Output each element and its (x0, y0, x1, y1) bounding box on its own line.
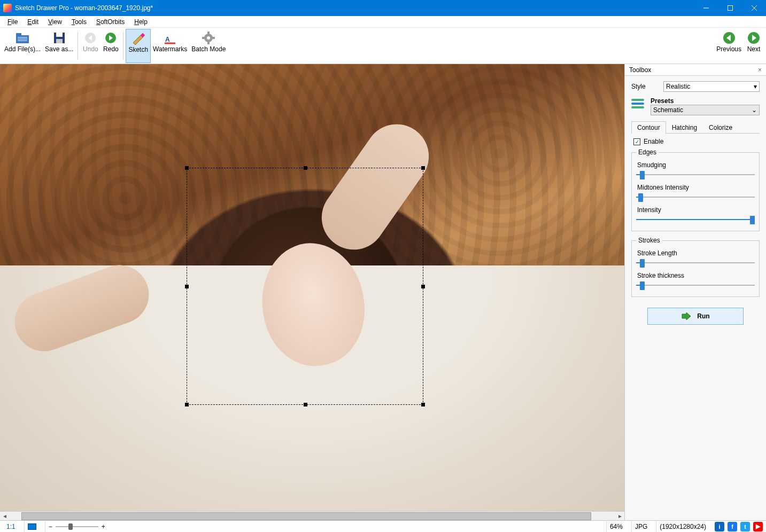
facebook-icon[interactable]: f (728, 522, 737, 531)
batch-mode-button[interactable]: Batch Mode (189, 29, 228, 63)
strokes-legend: Strokes (636, 237, 662, 244)
horizontal-scrollbar[interactable]: ◂ ▸ (0, 511, 624, 520)
title-bar: Sketch Drawer Pro - woman-2003647_1920.j… (0, 0, 766, 16)
chevron-down-icon: ⌄ (752, 106, 757, 114)
toolbox-title: Toolbox (629, 66, 651, 74)
zoom-in-icon[interactable]: + (102, 523, 105, 530)
arrow-left-icon (723, 30, 736, 46)
stroke-thickness-slider[interactable] (636, 280, 755, 290)
save-as-button[interactable]: Save as... (43, 29, 75, 63)
style-label: Style (631, 83, 659, 90)
label: Next (747, 46, 761, 53)
midtones-slider[interactable] (636, 192, 755, 202)
zoom-out-icon[interactable]: − (49, 523, 52, 530)
handle-se[interactable] (421, 403, 425, 406)
scroll-right-icon[interactable]: ▸ (615, 512, 624, 521)
tab-contour[interactable]: Contour (631, 121, 666, 134)
menu-edit[interactable]: Edit (23, 17, 43, 27)
svg-rect-10 (56, 33, 63, 37)
handle-e[interactable] (421, 285, 425, 288)
selection-marquee[interactable] (187, 168, 423, 405)
svg-text:A: A (165, 36, 170, 43)
maximize-button[interactable] (718, 0, 742, 16)
watermarks-icon: A (164, 30, 176, 46)
presets-value: Schematic (653, 106, 683, 114)
add-files-button[interactable]: Add File(s)... (2, 29, 43, 63)
svg-rect-20 (207, 42, 210, 44)
handle-s[interactable] (304, 403, 307, 406)
info-icon[interactable]: i (715, 522, 724, 531)
stroke-thickness-label: Stroke thickness (637, 272, 755, 279)
youtube-icon[interactable]: ▶ (753, 522, 763, 531)
sketch-button[interactable]: Sketch (126, 29, 151, 63)
intensity-slider[interactable] (636, 215, 755, 224)
toolbar: Add File(s)... Save as... Undo Redo Sket… (0, 28, 766, 64)
menu-softorbits[interactable]: SoftOrbits (92, 17, 129, 27)
smudging-label: Smudging (637, 161, 755, 169)
midtones-label: Midtones Intensity (637, 184, 755, 191)
image-viewport[interactable] (0, 64, 624, 511)
menu-help[interactable]: Help (130, 17, 152, 27)
checkbox-icon: ✓ (633, 138, 640, 145)
menu-file[interactable]: File (3, 17, 22, 27)
handle-nw[interactable] (185, 166, 189, 170)
redo-button[interactable]: Redo (100, 29, 121, 63)
folder-icon (16, 30, 29, 46)
fit-button[interactable] (24, 521, 40, 532)
svg-rect-21 (202, 37, 205, 39)
redo-icon (104, 30, 117, 46)
style-value: Realistic (666, 83, 690, 90)
run-arrow-icon (681, 312, 692, 320)
save-icon (53, 30, 66, 46)
strokes-group: Strokes Stroke Length Stroke thickness (631, 237, 760, 297)
close-button[interactable] (742, 0, 766, 16)
chevron-down-icon: ▾ (754, 83, 757, 90)
scroll-left-icon[interactable]: ◂ (0, 512, 9, 521)
smudging-slider[interactable] (636, 170, 755, 179)
undo-button[interactable]: Undo (80, 29, 100, 63)
handle-sw[interactable] (185, 403, 189, 406)
handle-w[interactable] (185, 285, 189, 288)
scrollbar-thumb[interactable] (21, 512, 591, 520)
label: Add File(s)... (4, 46, 41, 53)
svg-point-18 (207, 36, 210, 40)
tab-colorize[interactable]: Colorize (703, 121, 738, 134)
menu-bar: File Edit View Tools SoftOrbits Help (0, 16, 766, 28)
handle-ne[interactable] (421, 166, 425, 170)
arrow-right-icon (747, 30, 760, 46)
enable-label: Enable (644, 138, 663, 145)
zoom-control[interactable]: − + (45, 521, 109, 532)
label: Save as... (45, 46, 73, 53)
status-bar: 1:1 − + 64% JPG (1920x1280x24) i f t ▶ (0, 520, 766, 532)
presets-dropdown[interactable]: Schematic ⌄ (651, 105, 760, 115)
enable-checkbox[interactable]: ✓ Enable (633, 138, 760, 145)
svg-rect-11 (56, 39, 63, 43)
close-panel-icon[interactable]: × (758, 66, 762, 74)
stroke-length-slider[interactable] (636, 258, 755, 268)
style-dropdown[interactable]: Realistic ▾ (663, 81, 760, 92)
label: Redo (103, 46, 119, 53)
watermarks-button[interactable]: A Watermarks (151, 29, 189, 63)
menu-tools[interactable]: Tools (67, 17, 91, 27)
ratio-label[interactable]: 1:1 (3, 521, 19, 532)
run-button[interactable]: Run (647, 308, 744, 325)
label: Watermarks (153, 46, 187, 53)
window-title: Sketch Drawer Pro - woman-2003647_1920.j… (15, 4, 153, 12)
svg-rect-19 (207, 32, 210, 34)
svg-rect-5 (16, 33, 21, 36)
zoom-slider[interactable] (56, 526, 98, 527)
toolbox-tabs: Contour Hatching Colorize (631, 121, 760, 134)
minimize-button[interactable] (694, 0, 718, 16)
stroke-length-label: Stroke Length (637, 249, 755, 257)
tab-hatching[interactable]: Hatching (666, 121, 703, 134)
format-label: JPG (631, 521, 651, 532)
handle-n[interactable] (304, 166, 307, 170)
previous-button[interactable]: Previous (714, 29, 744, 63)
dimensions-label: (1920x1280x24) (656, 521, 709, 532)
label: Undo (83, 46, 98, 53)
twitter-icon[interactable]: t (740, 522, 750, 531)
next-button[interactable]: Next (744, 29, 764, 63)
run-label: Run (697, 312, 709, 320)
svg-rect-1 (728, 6, 732, 11)
menu-view[interactable]: View (44, 17, 66, 27)
